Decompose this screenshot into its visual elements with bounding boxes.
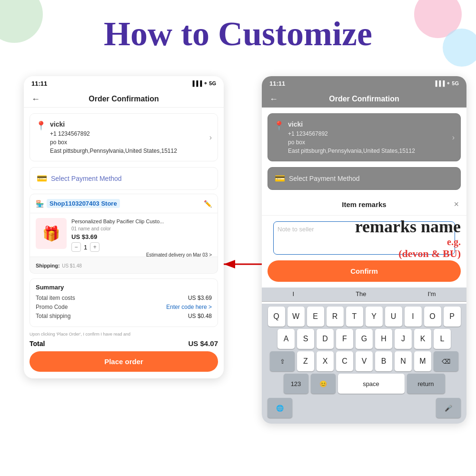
chevron-right-icon-right: › — [452, 133, 455, 142]
keyboard-row-2: A S D F G H J K L — [264, 329, 465, 349]
key-x[interactable]: X — [317, 351, 334, 371]
key-a[interactable]: A — [278, 329, 295, 349]
back-button-right[interactable]: ← — [269, 94, 278, 104]
summary-items-row: Total item costs US $3.69 — [36, 295, 212, 301]
suggestion-i[interactable]: I — [289, 289, 298, 298]
summary-shipping-row: Total shipping US $0.48 — [36, 313, 212, 319]
address-card-right[interactable]: 📍 vicki +1 1234567892 po box East pittsb… — [268, 113, 461, 161]
note-placeholder: Note to seller — [278, 226, 314, 233]
close-icon[interactable]: × — [454, 199, 459, 209]
qty-minus-left[interactable]: − — [71, 242, 81, 252]
address-street-left: po box — [50, 138, 177, 147]
payment-row-left[interactable]: 💳 Select Payment Method — [30, 167, 218, 190]
status-icons-left: ▐▐▐ ⚬ 5G — [191, 80, 216, 87]
product-variant-left: 01 name and color — [71, 226, 212, 231]
time-right: 11:11 — [269, 80, 285, 87]
shop-name-left: Shop1103207403 Store — [47, 199, 120, 208]
keyboard-bottom-row: 🌐 🎤 — [264, 396, 465, 421]
page-title: How to Customize — [0, 14, 476, 54]
key-globe[interactable]: 🌐 — [268, 398, 292, 418]
keyboard-row-3: ⇧ Z X C V B N M ⌫ — [264, 351, 465, 371]
address-info-right: vicki +1 1234567892 po box East pittsbur… — [288, 119, 415, 155]
modal-title: Item remarks — [342, 200, 386, 208]
key-l[interactable]: L — [434, 329, 451, 349]
shipping-row-left: Shipping: US $1.48 Estimated delivery on… — [30, 257, 218, 274]
phone-left: 11:11 ▐▐▐ ⚬ 5G ← Order Confirmation 📍 vi… — [24, 76, 224, 378]
payment-row-right[interactable]: 💳 Select Payment Method — [268, 167, 461, 190]
total-label-left: Total — [30, 340, 45, 347]
payment-text-left: Select Payment Method — [51, 175, 122, 182]
arrow-svg — [219, 255, 267, 274]
phone-right: 11:11 ▐▐▐ ⚬ 5G ← Order Confirmation 📍 vi… — [262, 76, 466, 424]
shop-icon-left: 🏪 — [36, 200, 44, 208]
key-space[interactable]: space — [338, 374, 405, 394]
suggestion-im[interactable]: I'm — [424, 289, 440, 298]
key-d[interactable]: D — [317, 329, 334, 349]
address-street-right: po box — [288, 138, 415, 147]
key-e[interactable]: E — [307, 307, 324, 327]
key-j[interactable]: J — [395, 329, 412, 349]
summary-item-value: US $3.69 — [188, 295, 212, 301]
key-h[interactable]: H — [375, 329, 392, 349]
key-c[interactable]: C — [336, 351, 353, 371]
key-b[interactable]: B — [375, 351, 392, 371]
payment-text-right: Select Payment Method — [289, 175, 360, 182]
summary-shipping-label: Total shipping — [36, 313, 70, 319]
shop-edit-icon-left[interactable]: ✏️ — [204, 200, 212, 208]
key-r[interactable]: R — [327, 307, 344, 327]
key-q[interactable]: Q — [268, 307, 285, 327]
key-123[interactable]: 123 — [284, 374, 308, 394]
key-emoji[interactable]: 😊 — [311, 374, 336, 394]
keyboard-suggestions: I The I'm — [262, 288, 466, 302]
key-f[interactable]: F — [336, 329, 353, 349]
qty-num-left: 1 — [84, 244, 87, 251]
key-s[interactable]: S — [297, 329, 314, 349]
key-i[interactable]: I — [405, 307, 422, 327]
key-g[interactable]: G — [356, 329, 373, 349]
keyboard-row-4: 123 😊 space return — [264, 374, 465, 394]
summary-item-label: Total item costs — [36, 295, 75, 301]
note-input-area[interactable]: Note to seller 0/51 — [273, 221, 455, 255]
key-n[interactable]: N — [395, 351, 412, 371]
note-input-container: Note to seller 0/51 remarks name e.g. (d… — [268, 221, 461, 255]
back-button-left[interactable]: ← — [31, 94, 40, 104]
key-v[interactable]: V — [356, 351, 373, 371]
shipping-cost-left: US $1.48 — [62, 263, 82, 268]
summary-promo-value: Enter code here > — [166, 304, 212, 310]
product-row-left: 🎁 Personalized Baby Pacifier Clip Custo.… — [30, 213, 218, 257]
summary-promo-row[interactable]: Promo Code Enter code here > — [36, 304, 212, 310]
summary-card-left: Summary Total item costs US $3.69 Promo … — [30, 278, 218, 327]
key-k[interactable]: K — [414, 329, 431, 349]
address-city-right: East pittsburgh,Pennsylvania,United Stat… — [288, 147, 415, 155]
key-return[interactable]: return — [407, 374, 445, 394]
key-p[interactable]: P — [444, 307, 461, 327]
chevron-right-icon-left: › — [209, 133, 212, 142]
qty-plus-left[interactable]: + — [90, 242, 99, 252]
address-name-left: vicki — [50, 119, 177, 129]
key-shift[interactable]: ⇧ — [270, 351, 295, 371]
product-image-left: 🎁 — [36, 218, 67, 249]
summary-shipping-value: US $0.48 — [188, 313, 212, 319]
remarks-modal: Item remarks × Note to seller 0/51 remar… — [262, 194, 466, 424]
key-o[interactable]: O — [424, 307, 441, 327]
status-bar-left: 11:11 ▐▐▐ ⚬ 5G — [24, 76, 224, 91]
key-z[interactable]: Z — [297, 351, 314, 371]
key-u[interactable]: U — [385, 307, 402, 327]
arrow-annotation — [219, 255, 267, 274]
nav-bar-left: ← Order Confirmation — [24, 91, 224, 108]
key-mic[interactable]: 🎤 — [436, 398, 461, 418]
summary-title-left: Summary — [36, 284, 212, 291]
shop-row-left: 🏪 Shop1103207403 Store ✏️ — [30, 194, 218, 213]
place-order-button[interactable]: Place order — [30, 351, 218, 372]
modal-header: Item remarks × — [262, 194, 466, 216]
key-backspace[interactable]: ⌫ — [434, 351, 458, 371]
address-city-left: East pittsburgh,Pennsylvania,United Stat… — [50, 147, 177, 155]
key-m[interactable]: M — [414, 351, 431, 371]
key-y[interactable]: Y — [366, 307, 383, 327]
key-w[interactable]: W — [288, 307, 305, 327]
address-card-left[interactable]: 📍 vicki +1 1234567892 po box East pittsb… — [30, 113, 218, 161]
suggestion-the[interactable]: The — [352, 289, 370, 298]
key-t[interactable]: T — [346, 307, 363, 327]
confirm-button[interactable]: Confirm — [268, 260, 461, 282]
product-price-left: US $3.69 — [71, 233, 212, 240]
